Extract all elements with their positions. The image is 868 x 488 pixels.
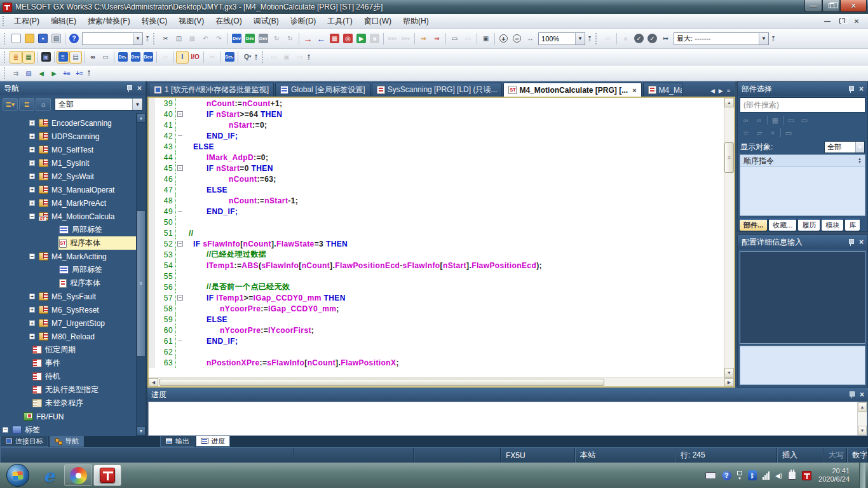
element-tab[interactable]: 收藏... [768,219,797,231]
new-file-icon[interactable] [10,32,22,44]
inline-edit-icon[interactable]: I [177,51,188,63]
tree-item-[interactable]: 无执行类型指定 [0,383,136,396]
dock-tab-monitor[interactable]: 连接目标 [0,436,48,447]
tree-item-[interactable]: ST程序本体 [0,236,136,250]
device-memory-icon[interactable]: Dev [130,51,141,63]
spinner-icons[interactable]: ▲▼ [858,158,862,164]
save-icon[interactable]: ▪ [37,32,49,44]
help-icon[interactable]: ? [68,32,80,44]
tree-item-m4markactting[interactable]: −M4_MarkActting [0,250,136,263]
document-tab-M4MotionCalculate[interactable]: STM4_MotionCalculate [PRG] [...× [503,83,641,97]
tree-item-[interactable]: −标签 [0,423,136,436]
zoom-in-icon[interactable]: + [498,32,510,44]
device-write-icon[interactable]: Dev [244,32,256,44]
tree-item-[interactable]: 恒定周期 [0,343,136,356]
verify-program-icon[interactable]: ◎ [342,32,354,44]
step-exec-icon[interactable]: ↦ [660,32,672,44]
scroll-down-icon[interactable]: ▼ [858,426,867,435]
expand-icon[interactable]: + [29,147,35,152]
find-in-window-icon[interactable]: ▭ [100,51,111,63]
document-tab-Global[interactable]: Global [全局标签设置] [275,83,370,97]
close-icon[interactable]: × [860,391,864,398]
fit-width-icon[interactable]: ↔ [524,32,536,44]
close-icon[interactable]: × [859,239,864,245]
dock-tab-output[interactable]: 输出 [160,436,194,447]
dock-tab-nav[interactable]: 导航 [50,436,84,447]
tree-item-m1sysinit[interactable]: +M1_SysInit [0,156,136,170]
cut-icon[interactable]: ✂ [159,32,172,44]
window-monitor-icon[interactable]: ▣ [480,32,492,44]
gear-icon[interactable]: ☼ [36,98,51,111]
tree-item-[interactable]: 事件 [0,356,136,370]
display-target-combo[interactable]: 全部 ▼ [824,141,865,153]
taskbar-ie-button[interactable]: e [35,464,63,486]
pin-icon[interactable] [126,85,132,92]
zoom-out-icon[interactable]: − [511,32,523,44]
check-all-icon[interactable]: ✓ [646,32,658,44]
tree-item-fbfun[interactable]: FB/FUN [0,410,136,423]
tree-scrollbar-thumb[interactable] [137,210,146,356]
collapse-icon[interactable]: − [29,214,35,219]
mdi-close-button[interactable]: ✕ [850,16,863,26]
tree-item-m4markpreact[interactable]: +M4_MarkPreAct [0,196,136,210]
st-code-editor[interactable]: 39nCount:=nCount+1;40−IF nStart>=64 THEN… [149,98,724,377]
tree-scrollbar[interactable]: ▲ ▼ [136,113,146,436]
watch-register-2-icon[interactable]: += [74,67,85,79]
scroll-up-icon[interactable]: ▲ [724,98,734,107]
toolbar-overflow-icon[interactable]: ▾≡ [772,36,775,42]
watch-register-1-icon[interactable]: +≡ [61,67,72,79]
expand-icon[interactable]: + [29,120,35,126]
tree-item-m5sysfault[interactable]: +M5_SysFault [0,290,136,303]
taskbar-clock[interactable]: 20:41 2020/6/24 [818,467,850,484]
window-up-icon[interactable]: ▾ [737,471,742,480]
toolbar-overflow-icon[interactable]: ▾≡ [88,70,90,76]
mdi-minimize-button[interactable]: — [821,16,834,26]
jump-error-icon[interactable]: ⇒ [431,32,443,44]
expand-icon[interactable]: + [29,307,35,313]
watch-max-combo[interactable]: 最大: -------▼ [674,32,769,45]
dock-tab-progress[interactable]: 进度 [196,436,230,447]
monitor-start-icon[interactable]: ▶ [355,32,367,44]
signal-icon[interactable] [763,471,770,480]
taskbar-browser-button[interactable] [64,464,92,486]
print-icon[interactable]: ▤ [50,32,62,44]
tree-item-[interactable]: 程序本体 [0,276,136,290]
fold-collapse-icon[interactable]: − [177,111,183,117]
binoculars-icon[interactable]: ∞ [87,51,98,63]
tree-item-m7urgentstop[interactable]: +M7_UrgentStop [0,316,136,330]
device-search-icon[interactable]: Q▾ [241,51,252,63]
scroll-right-icon[interactable]: ▶ [724,378,734,386]
nav-filter-combo[interactable]: 全部 ▼ [55,98,143,111]
menu-t[interactable]: 工具(T) [322,14,358,29]
close-icon[interactable]: × [137,85,142,92]
menu-e[interactable]: 编辑(E) [45,14,82,29]
progress-scrollbar[interactable]: ▲ ▼ [857,402,867,435]
tree-item-encoderscanning[interactable]: +EncoderScanning [0,116,136,130]
help-icon[interactable]: ? [722,471,731,480]
scroll-up-icon[interactable]: ▲ [858,402,867,412]
document-tab-M4Ma[interactable]: M4_Ma [643,83,682,97]
element-search-input[interactable]: (部件搜索) [740,97,865,112]
scroll-down-icon[interactable]: ▼ [137,426,146,436]
expand-icon[interactable]: + [29,320,35,326]
expand-icon[interactable]: + [29,133,35,139]
bluetooth-icon[interactable]: ᛒ [748,470,757,480]
write-to-plc-icon[interactable]: → [302,32,314,44]
expand-icon[interactable]: + [29,334,35,339]
expand-icon[interactable]: + [29,294,35,299]
scroll-down-icon[interactable]: ▼ [724,368,734,377]
tree-item-[interactable]: 局部标签 [0,263,136,276]
unit-config-icon[interactable]: ▣ [40,51,51,63]
pin-icon[interactable] [848,238,854,246]
collapse-icon[interactable]: − [3,427,8,433]
menu-w[interactable]: 窗口(W) [358,14,397,29]
start-button[interactable] [6,464,29,487]
address-combo[interactable]: ▼ [82,32,143,45]
fold-collapse-icon[interactable]: − [177,295,183,301]
device-batch-monitor-icon[interactable]: Dev [231,32,243,44]
config-detail-input[interactable] [740,346,865,385]
tab-close-icon[interactable]: × [632,86,636,94]
device-initial-icon[interactable]: Dev [142,51,154,63]
keyboard-icon[interactable] [705,472,716,479]
tree-item-[interactable]: 待机 [0,370,136,383]
